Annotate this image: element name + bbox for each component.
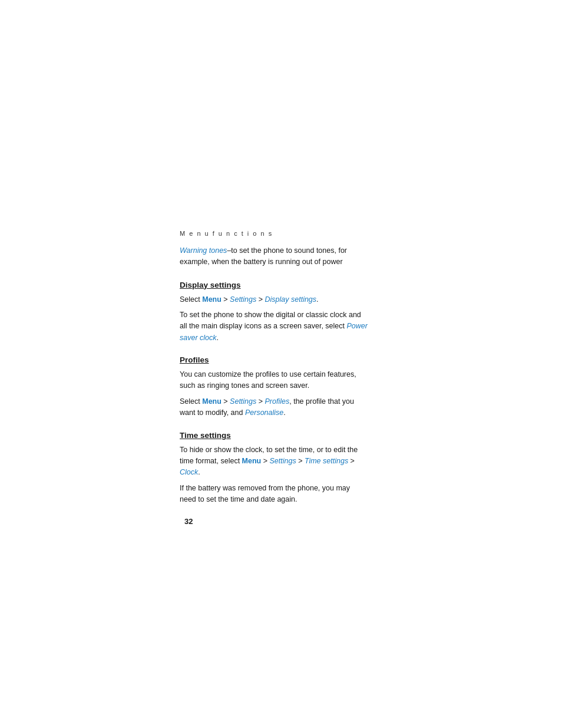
display-settings-suffix: .: [316, 295, 318, 304]
display-settings-line2-prefix: To set the phone to show the digital or …: [180, 311, 361, 330]
time-settings-suffix: .: [198, 468, 200, 476]
profiles-settings-link[interactable]: Settings: [230, 397, 256, 406]
time-settings-sep3: >: [348, 457, 355, 465]
profiles-line2: Select Menu > Settings > Profiles, the p…: [180, 396, 368, 419]
time-settings-sep2: >: [296, 457, 305, 465]
profiles-suffix: .: [283, 409, 285, 417]
display-settings-settings-link[interactable]: Settings: [230, 295, 256, 304]
profiles-sep2: >: [256, 397, 265, 406]
time-settings-menu-link[interactable]: Menu: [242, 457, 262, 465]
menu-functions-label: M e n u f u n c t i o n s: [180, 230, 368, 237]
time-settings-sep1: >: [261, 457, 269, 465]
page-number: 32: [180, 517, 368, 526]
profiles-heading: Profiles: [180, 355, 368, 364]
profiles-personalise-link[interactable]: Personalise: [245, 409, 283, 417]
content-area: M e n u f u n c t i o n s Warning tones–…: [180, 230, 368, 526]
profiles-section: Profiles You can customize the profiles …: [180, 355, 368, 419]
profiles-profiles-link[interactable]: Profiles: [265, 397, 290, 406]
display-settings-line2: To set the phone to show the digital or …: [180, 309, 368, 344]
warning-tones-link[interactable]: Warning tones: [180, 246, 227, 255]
display-settings-section: Display settings Select Menu > Settings …: [180, 281, 368, 344]
profiles-prefix: Select: [180, 397, 202, 406]
display-settings-menu-link[interactable]: Menu: [202, 295, 222, 304]
display-settings-prefix: Select: [180, 295, 202, 304]
display-settings-display-link[interactable]: Display settings: [265, 295, 317, 304]
display-settings-sep1: >: [222, 295, 230, 304]
page: M e n u f u n c t i o n s Warning tones–…: [0, 0, 562, 728]
time-settings-settings-link[interactable]: Settings: [269, 457, 296, 465]
time-settings-heading: Time settings: [180, 431, 368, 440]
warning-tones-paragraph: Warning tones–to set the phone to sound …: [180, 245, 368, 268]
time-settings-clock-link[interactable]: Clock: [180, 468, 198, 476]
display-settings-heading: Display settings: [180, 281, 368, 289]
profiles-line1: You can customize the profiles to use ce…: [180, 369, 368, 392]
profiles-menu-link[interactable]: Menu: [202, 397, 222, 406]
display-settings-line1: Select Menu > Settings > Display setting…: [180, 294, 368, 305]
time-settings-line2: If the battery was removed from the phon…: [180, 483, 368, 506]
display-settings-sep2: >: [256, 295, 265, 304]
time-settings-line1: To hide or show the clock, to set the ti…: [180, 444, 368, 479]
profiles-sep1: >: [222, 397, 230, 406]
display-settings-line2-suffix: .: [217, 334, 219, 342]
time-settings-section: Time settings To hide or show the clock,…: [180, 431, 368, 506]
time-settings-time-link[interactable]: Time settings: [305, 457, 348, 465]
